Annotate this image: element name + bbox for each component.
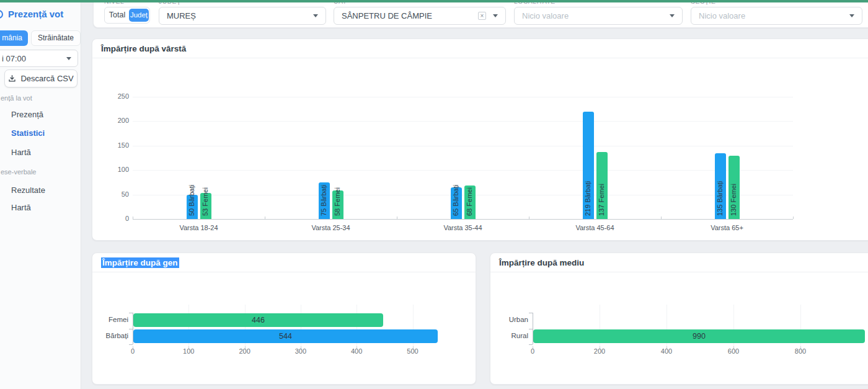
y-axis-tick-label: 100 (104, 166, 129, 173)
chevron-down-icon (66, 57, 71, 60)
y-axis-tick (529, 329, 533, 329)
bar-value-label: 65 Bărbați (452, 185, 460, 216)
mediu-chart-card: Împărțire după mediu 0200400600800UrbanR… (490, 253, 868, 385)
sectie-select[interactable]: Nicio valoare (691, 7, 862, 25)
y-axis-tick-label: 150 (104, 141, 129, 149)
y-axis-tick-label: 50 (104, 190, 129, 198)
selected-text: Împărțire după gen (101, 257, 179, 268)
localitate-select[interactable]: Nicio valoare (514, 7, 683, 25)
grid-line (133, 146, 793, 146)
top-progress-bar (0, 0, 868, 2)
nivel-toggle: Total Județ (104, 7, 150, 24)
x-axis-tick (661, 217, 662, 219)
x-axis-tick (529, 217, 529, 219)
bar-value-label: 990 (533, 332, 865, 341)
section-label-procese-verbale: ese-verbale (1, 168, 36, 176)
gender-chart-title: Împărțire după gen (92, 253, 476, 272)
grid-line (133, 97, 793, 97)
x-axis-tick-label: 400 (338, 347, 375, 355)
age-chart-card: Împărțire după vârstă 05010015020025050 … (92, 38, 868, 241)
bar-value-label: 130 Femei (730, 184, 738, 216)
localitate-select-placeholder: Nicio valoare (522, 11, 569, 20)
bar-value-label: 446 (133, 316, 383, 324)
bar-value-label: 50 Bărbați (188, 185, 196, 216)
app-root: Prezență vot mânia Străinătate i 07:00 D… (0, 0, 868, 389)
y-axis-tick (129, 313, 133, 313)
grid-line (133, 170, 793, 171)
sectie-select-placeholder: Nicio valoare (699, 11, 745, 20)
download-csv-button[interactable]: Descarcă CSV (4, 69, 78, 87)
category-label: Urban (490, 316, 528, 323)
download-csv-label: Descarcă CSV (20, 74, 73, 83)
chevron-down-icon (670, 14, 675, 17)
mediu-chart-plot: 0200400600800UrbanRural990 (490, 272, 868, 384)
time-select-value: i 07:00 (2, 54, 26, 63)
nivel-option-total[interactable]: Total (105, 7, 130, 23)
sidebar-item-statistici[interactable]: Statistici (11, 128, 45, 138)
chevron-down-icon (313, 14, 318, 17)
y-axis-tick (129, 344, 133, 345)
bar-value-label: 544 (133, 332, 438, 341)
section-label-prezenta-la-vot: ență la vot (1, 94, 32, 102)
y-axis-tick (529, 344, 533, 345)
x-axis-tick (793, 217, 794, 219)
download-icon (8, 74, 16, 83)
chevron-down-icon (849, 14, 854, 17)
sidebar-item-prezenta[interactable]: Prezență (11, 110, 43, 119)
bar-value-label: 58 Femei (334, 187, 342, 216)
tab-romania[interactable]: mânia (0, 30, 28, 46)
x-axis-tick-label: 800 (782, 347, 819, 355)
grid-line (133, 195, 793, 195)
gender-chart-plot: 0100200300400500Femei446Bărbați544 (92, 272, 476, 384)
x-axis-tick-label: 0 (114, 347, 151, 355)
chevron-down-icon (493, 14, 498, 17)
category-label: Varsta 45-64 (529, 224, 661, 231)
category-label: Varsta 25-34 (265, 224, 397, 231)
sidebar-item-rezultate[interactable]: Rezultate (11, 186, 45, 195)
judet-select-value: MUREȘ (167, 11, 196, 20)
grid-line (133, 121, 793, 122)
sidebar-item-harta-rezultate[interactable]: Hartă (11, 203, 31, 212)
age-chart-title: Împărțire după vârstă (92, 39, 868, 58)
x-axis-tick-label: 300 (282, 347, 319, 355)
x-axis-tick-label: 200 (226, 347, 264, 355)
category-label: Rural (490, 332, 528, 339)
uat-select-value: SÂNPETRU DE CÂMPIE (342, 11, 432, 20)
x-axis-tick-label: 500 (394, 347, 432, 355)
category-label: Varsta 35-44 (397, 224, 529, 231)
bar-value-label: 219 Bărbați (584, 181, 592, 216)
bar-value-label: 135 Bărbați (716, 181, 724, 216)
category-label: Varsta 65+ (661, 224, 793, 231)
bar-value-label: 137 Femei (598, 184, 606, 216)
tab-strainatate[interactable]: Străinătate (31, 30, 81, 46)
x-axis-tick-label: 200 (581, 347, 618, 355)
x-axis-tick-label: 0 (514, 347, 551, 355)
sidebar-item-harta-prezenta[interactable]: Hartă (11, 148, 31, 157)
y-axis-tick-label: 250 (104, 92, 129, 100)
bar-value-label: 75 Bărbați (320, 185, 328, 216)
nivel-option-judet[interactable]: Județ (129, 9, 149, 22)
category-label: Varsta 18-24 (133, 224, 265, 231)
x-axis-tick (133, 217, 133, 219)
app-logo-icon (0, 10, 3, 19)
sidebar: Prezență vot mânia Străinătate i 07:00 D… (0, 0, 81, 389)
uat-select[interactable]: SÂNPETRU DE CÂMPIE × (334, 7, 506, 25)
age-chart-plot: 05010015020025050 Bărbați53 FemeiVarsta … (92, 58, 868, 240)
x-axis-tick-label: 400 (648, 347, 685, 355)
x-axis-tick-label: 600 (715, 347, 752, 355)
y-axis-tick-label: 0 (104, 215, 129, 222)
filter-bar: NIVEL JUDEȚ UAT LOCALITATE SECȚIE Total … (93, 0, 868, 28)
category-label: Bărbați (92, 332, 128, 339)
category-label: Femei (92, 316, 128, 323)
time-select[interactable]: i 07:00 (0, 50, 78, 67)
bar-value-label: 68 Femei (466, 187, 474, 216)
y-axis-tick (129, 329, 133, 329)
bar-value-label: 53 Femei (202, 187, 210, 216)
judet-select[interactable]: MUREȘ (159, 7, 326, 25)
clear-icon[interactable]: × (478, 12, 486, 20)
page-title: Prezență vot (8, 9, 63, 19)
x-axis-tick-label: 100 (170, 347, 207, 355)
mediu-chart-title: Împărțire după mediu (490, 253, 868, 272)
y-axis-tick (529, 313, 533, 313)
x-axis-tick (265, 217, 265, 219)
